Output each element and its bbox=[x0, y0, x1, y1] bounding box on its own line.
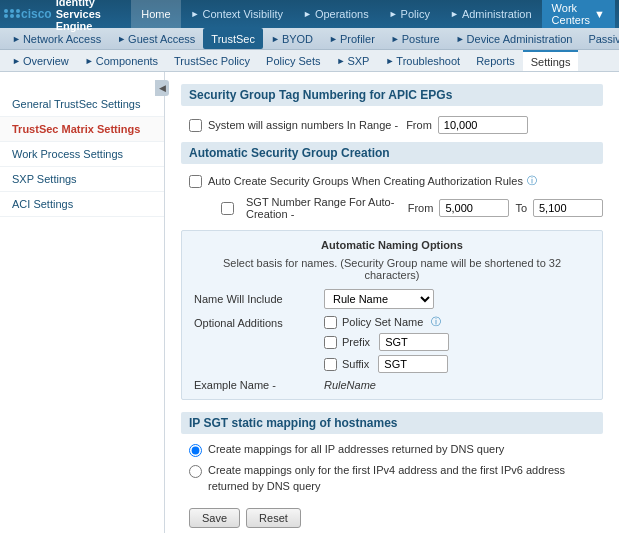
system-assign-checkbox[interactable] bbox=[189, 119, 202, 132]
nav-administration[interactable]: ►Administration bbox=[440, 0, 542, 28]
sidebar-toggle[interactable]: ◀ bbox=[155, 80, 169, 96]
nav3-settings[interactable]: Settings bbox=[523, 50, 579, 71]
sidebar-item-sxp[interactable]: SXP Settings bbox=[0, 167, 164, 192]
prefix-row: Prefix bbox=[324, 333, 449, 351]
auto-naming-section: Automatic Naming Options Select basis fo… bbox=[181, 230, 603, 400]
radio1-input[interactable] bbox=[189, 444, 202, 457]
reset-button[interactable]: Reset bbox=[246, 508, 301, 528]
radio2-input[interactable] bbox=[189, 465, 202, 478]
nav-context-visibility[interactable]: ►Context Visibility bbox=[181, 0, 293, 28]
optional-additions-label: Optional Additions bbox=[194, 315, 324, 329]
auto-create-label: Auto Create Security Groups When Creatin… bbox=[208, 175, 523, 187]
nav3-components[interactable]: ►Components bbox=[77, 50, 166, 71]
example-name-row: Example Name - RuleName bbox=[194, 379, 590, 391]
suffix-input[interactable] bbox=[378, 355, 448, 373]
auto-create-row: Auto Create Security Groups When Creatin… bbox=[181, 174, 603, 188]
from-label-1: From bbox=[406, 119, 432, 131]
policy-set-info-icon[interactable]: ⓘ bbox=[431, 315, 441, 329]
section2-title: Automatic Security Group Creation bbox=[181, 142, 603, 164]
auto-create-checkbox[interactable] bbox=[189, 175, 202, 188]
sgt-range-row: SGT Number Range For Auto-Creation - Fro… bbox=[181, 196, 603, 220]
auto-create-info-icon[interactable]: ⓘ bbox=[527, 174, 537, 188]
top-nav-items: Home ►Context Visibility ►Operations ►Po… bbox=[131, 0, 615, 28]
prefix-input[interactable] bbox=[379, 333, 449, 351]
from-label-2: From bbox=[408, 202, 434, 214]
save-button[interactable]: Save bbox=[189, 508, 240, 528]
cisco-logo-dots bbox=[4, 9, 21, 18]
nav3-overview[interactable]: ►Overview bbox=[4, 50, 77, 71]
name-will-include-row: Name Will Include Rule Name bbox=[194, 289, 590, 309]
optional-checks-group: Policy Set Name ⓘ Prefix Suffix bbox=[324, 315, 449, 373]
radio1-label: Create mappings for all IP addresses ret… bbox=[208, 442, 504, 457]
select-basis-text: Select basis for names. (Security Group … bbox=[194, 257, 590, 281]
section1-title: Security Group Tag Numbering for APIC EP… bbox=[181, 84, 603, 106]
nav2-byod[interactable]: ►BYOD bbox=[263, 28, 321, 49]
nav2-trustsec[interactable]: TrustSec bbox=[203, 28, 263, 49]
nav2-profiler[interactable]: ►Profiler bbox=[321, 28, 383, 49]
content-area: Security Group Tag Numbering for APIC EP… bbox=[165, 72, 619, 533]
sidebar-item-general[interactable]: General TrustSec Settings bbox=[0, 92, 164, 117]
optional-additions-row: Optional Additions Policy Set Name ⓘ Pre… bbox=[194, 315, 590, 373]
sgt-range-label: SGT Number Range For Auto-Creation - bbox=[246, 196, 398, 220]
nav-home[interactable]: Home bbox=[131, 0, 180, 28]
sidebar-item-aci[interactable]: ACI Settings bbox=[0, 192, 164, 217]
system-assign-row: System will assign numbers In Range - Fr… bbox=[181, 116, 603, 134]
nav-policy[interactable]: ►Policy bbox=[379, 0, 440, 28]
prefix-checkbox[interactable] bbox=[324, 336, 337, 349]
top-nav-bar: cisco Identity Services Engine Home ►Con… bbox=[0, 0, 619, 28]
sgt-range-checkbox[interactable] bbox=[221, 202, 234, 215]
sidebar-item-work-process[interactable]: Work Process Settings bbox=[0, 142, 164, 167]
section3-title: IP SGT static mapping of hostnames bbox=[181, 412, 603, 434]
radio1-row: Create mappings for all IP addresses ret… bbox=[181, 442, 603, 457]
nav2-posture[interactable]: ►Posture bbox=[383, 28, 448, 49]
third-nav-bar: ►Overview ►Components TrustSec Policy Po… bbox=[0, 50, 619, 72]
suffix-label: Suffix bbox=[342, 358, 369, 370]
nav2-network-access[interactable]: ►Network Access bbox=[4, 28, 109, 49]
policy-set-name-checkbox[interactable] bbox=[324, 316, 337, 329]
name-will-include-value: Rule Name bbox=[324, 289, 434, 309]
prefix-label: Prefix bbox=[342, 336, 370, 348]
nav3-policy-sets[interactable]: Policy Sets bbox=[258, 50, 328, 71]
nav-operations[interactable]: ►Operations bbox=[293, 0, 379, 28]
sidebar: General TrustSec Settings TrustSec Matri… bbox=[0, 72, 165, 533]
radio2-row: Create mappings only for the first IPv4 … bbox=[181, 463, 603, 494]
from-input-2[interactable] bbox=[439, 199, 509, 217]
to-label: To bbox=[515, 202, 527, 214]
suffix-checkbox[interactable] bbox=[324, 358, 337, 371]
sidebar-item-matrix[interactable]: TrustSec Matrix Settings bbox=[0, 117, 164, 142]
name-will-include-dropdown[interactable]: Rule Name bbox=[324, 289, 434, 309]
from-input-1[interactable] bbox=[438, 116, 528, 134]
nav3-trustsec-policy[interactable]: TrustSec Policy bbox=[166, 50, 258, 71]
example-name-value: RuleName bbox=[324, 379, 376, 391]
main-layout: ◀ General TrustSec Settings TrustSec Mat… bbox=[0, 72, 619, 533]
suffix-row: Suffix bbox=[324, 355, 449, 373]
nav-work-centers[interactable]: Work Centers ▼ bbox=[542, 0, 615, 28]
cisco-wordmark: cisco bbox=[21, 7, 52, 21]
nav3-reports[interactable]: Reports bbox=[468, 50, 523, 71]
auto-naming-title: Automatic Naming Options bbox=[194, 239, 590, 251]
nav2-device-admin[interactable]: ►Device Administration bbox=[448, 28, 581, 49]
button-row: Save Reset bbox=[181, 508, 603, 528]
to-input[interactable] bbox=[533, 199, 603, 217]
nav3-troubleshoot[interactable]: ►Troubleshoot bbox=[377, 50, 468, 71]
radio2-label: Create mappings only for the first IPv4 … bbox=[208, 463, 603, 494]
nav3-sxp[interactable]: ►SXP bbox=[329, 50, 378, 71]
nav2-guest-access[interactable]: ►Guest Access bbox=[109, 28, 203, 49]
example-name-label: Example Name - bbox=[194, 379, 324, 391]
system-assign-label: System will assign numbers In Range - bbox=[208, 119, 398, 131]
name-will-include-label: Name Will Include bbox=[194, 293, 324, 305]
second-nav-bar: ►Network Access ►Guest Access TrustSec ►… bbox=[0, 28, 619, 50]
policy-set-name-row: Policy Set Name ⓘ bbox=[324, 315, 449, 329]
nav2-passiveid[interactable]: PassiveID bbox=[580, 28, 619, 49]
policy-set-name-label: Policy Set Name bbox=[342, 316, 423, 328]
